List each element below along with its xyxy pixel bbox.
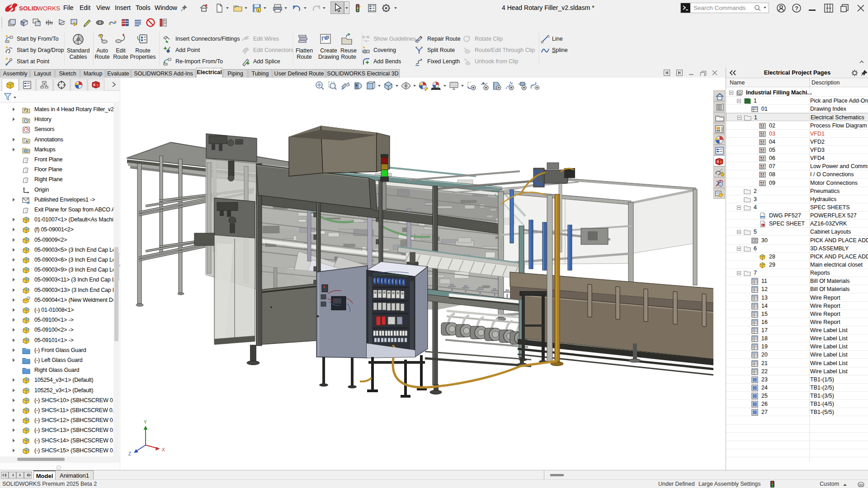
svg-text:!: ! [258,8,259,13]
svg-text:SOLID: SOLID [19,5,38,12]
svg-text:DWG: DWG [761,216,765,218]
svg-text:S: S [717,160,719,164]
svg-text:X: X [162,447,165,452]
svg-text:A: A [25,139,28,143]
svg-text:Y: Y [144,420,147,425]
svg-text:S: S [93,83,96,87]
svg-text:WORKS: WORKS [37,5,60,12]
svg-text:Z: Z [128,451,131,456]
svg-text:&: & [762,224,763,226]
svg-text:?: ? [795,5,798,12]
